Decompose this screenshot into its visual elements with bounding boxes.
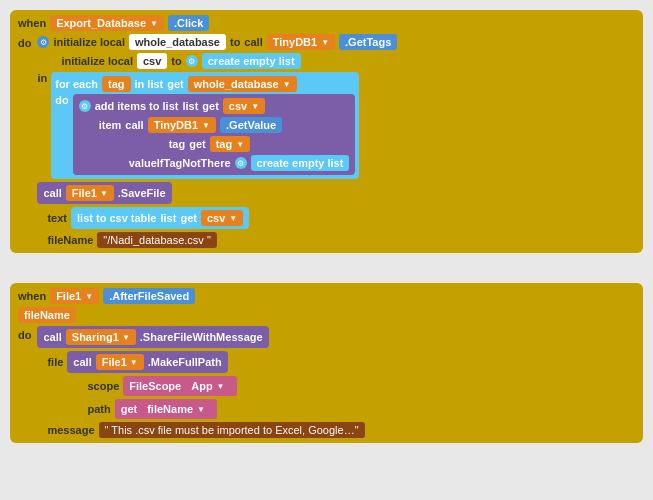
workspace: when Export_Database ▼ .Click do ⚙ initi…	[0, 0, 653, 453]
csv-var-pill[interactable]: csv ▼	[223, 98, 265, 114]
init-whole-database-row: ⚙ initialize local whole_database to cal…	[37, 34, 397, 50]
file-row: file call File1 ▼ .MakeFullPath	[47, 351, 364, 373]
filename-label: fileName	[47, 234, 93, 246]
item-row: item call TinyDB1 ▼ .GetValue	[79, 117, 350, 133]
text-row: text list to csv table list get csv ▼	[47, 207, 397, 229]
tinydb1-pill-1[interactable]: TinyDB1 ▼	[267, 34, 335, 50]
add-items-label: add items to list	[95, 100, 179, 112]
add-items-block: ⚙ add items to list list get csv ▼	[73, 94, 356, 175]
call-save-file: call File1 ▼ .SaveFile	[37, 182, 171, 204]
csv-arrow: ▼	[251, 102, 259, 111]
call-make-full-path: call File1 ▼ .MakeFullPath	[67, 351, 227, 373]
whole-database-pill-2[interactable]: whole_database ▼	[188, 76, 297, 92]
do-label-2: do	[18, 326, 31, 341]
getvalue-pill: .GetValue	[220, 117, 282, 133]
make-full-path-section: file call File1 ▼ .MakeFullPath scope	[47, 351, 364, 419]
save-file-section: call File1 ▼ .SaveFile text list to csv	[37, 182, 397, 248]
create-empty-list-pill-2[interactable]: create empty list	[251, 155, 350, 171]
after-file-saved-pill: .AfterFileSaved	[103, 288, 195, 304]
path-row: path get fileName ▼	[87, 399, 364, 419]
call-label-inner: call	[125, 119, 143, 131]
do-section-2: do call Sharing1 ▼ .ShareFileWithMessage	[18, 326, 638, 438]
get-label-csv: get	[180, 212, 197, 224]
sharing-row: call Sharing1 ▼ .ShareFileWithMessage	[37, 326, 364, 348]
filename-param-pill[interactable]: fileName	[18, 307, 76, 323]
foreach-header-row: for each tag in list get whole_database …	[55, 76, 355, 92]
init-label-1: initialize local	[53, 36, 125, 48]
scope-row: scope FileScope App ▼	[87, 376, 364, 396]
file1-pill-2[interactable]: File1 ▼	[96, 354, 144, 370]
foreach-section: in for each tag in list get whole_databa…	[37, 72, 397, 179]
call-sharing: call Sharing1 ▼ .ShareFileWithMessage	[37, 326, 268, 348]
list-to-csv-block: list to csv table list get csv ▼	[71, 207, 249, 229]
message-value: " This .csv file must be imported to Exc…	[99, 422, 365, 438]
foreach-block: for each tag in list get whole_database …	[51, 72, 359, 179]
tinydb1-pill-2[interactable]: TinyDB1 ▼	[148, 117, 216, 133]
file1-event-pill[interactable]: File1 ▼	[50, 288, 99, 304]
file-label: file	[47, 356, 63, 368]
filename-param-row: fileName	[18, 307, 76, 323]
gear-icon-2: ⚙	[186, 55, 198, 67]
csv-pill[interactable]: csv	[137, 53, 167, 69]
when-label-2: when	[18, 290, 46, 302]
gear-icon-4: ⚙	[235, 157, 247, 169]
filename-value: "/Nadi_database.csv "	[97, 232, 216, 248]
text-label: text	[47, 212, 67, 224]
get-label-inner: get	[202, 100, 219, 112]
tinydb1-arrow-1: ▼	[321, 38, 329, 47]
block1-body: ⚙ initialize local whole_database to cal…	[37, 34, 397, 248]
get-label2: get	[189, 138, 206, 150]
in-list-label: in list	[135, 78, 164, 90]
list-label2: list	[161, 212, 177, 224]
foreach-do-label: do	[55, 94, 68, 106]
csv-pill-2[interactable]: csv ▼	[201, 210, 243, 226]
scope-label: scope	[87, 380, 119, 392]
path-label: path	[87, 403, 110, 415]
message-row: message " This .csv file must be importe…	[47, 422, 364, 438]
filescope-block: FileScope App ▼	[123, 376, 236, 396]
gettags-pill: .GetTags	[339, 34, 397, 50]
list-label-inner: list	[182, 100, 198, 112]
file1-pill[interactable]: File1 ▼	[66, 185, 114, 201]
tag-pill[interactable]: tag	[102, 76, 131, 92]
event-suffix-1: .Click	[168, 15, 209, 31]
when-row-1: when Export_Database ▼ .Click	[18, 15, 638, 31]
file1-event-arrow: ▼	[85, 292, 93, 301]
block1-container: when Export_Database ▼ .Click do ⚙ initi…	[10, 10, 643, 253]
tag-arrow: ▼	[236, 140, 244, 149]
filename-var-pill[interactable]: fileName ▼	[141, 401, 211, 417]
whole-db-arrow: ▼	[283, 80, 291, 89]
add-items-row: ⚙ add items to list list get csv ▼	[79, 98, 350, 114]
gear-icon-1: ⚙	[37, 36, 49, 48]
do-label-1: do	[18, 34, 31, 49]
init-csv-row: initialize local csv to ⚙ create empty l…	[37, 53, 397, 69]
event-name-1[interactable]: Export_Database ▼	[50, 15, 164, 31]
whole-database-pill[interactable]: whole_database	[129, 34, 226, 50]
app-pill[interactable]: App ▼	[185, 378, 230, 394]
block2-container: when File1 ▼ .AfterFileSaved fileName do…	[10, 283, 643, 443]
create-empty-list-pill-1[interactable]: create empty list	[202, 53, 301, 69]
value-if-tag-label: valueIfTagNotThere	[129, 157, 231, 169]
tag-var-pill[interactable]: tag ▼	[210, 136, 250, 152]
do-section-1: do ⚙ initialize local whole_database to …	[18, 34, 638, 248]
init-label-2: initialize local	[61, 55, 133, 67]
call-label-1: call	[244, 36, 262, 48]
event-dropdown-arrow: ▼	[150, 19, 158, 28]
block2-body: call Sharing1 ▼ .ShareFileWithMessage fi…	[37, 326, 364, 438]
in-label: in	[37, 72, 47, 84]
sharing1-pill[interactable]: Sharing1 ▼	[66, 329, 136, 345]
tinydb1-arrow-2: ▼	[202, 121, 210, 130]
when-label-1: when	[18, 17, 46, 29]
get-label-foreach: get	[167, 78, 184, 90]
foreach-do-row: do ⚙ add items to list list get	[55, 94, 355, 175]
foreach-label: for each	[55, 78, 98, 90]
item-label: item	[99, 119, 122, 131]
save-file-row: call File1 ▼ .SaveFile	[37, 182, 397, 204]
to-label-2: to	[171, 55, 181, 67]
filename-row: fileName "/Nadi_database.csv "	[47, 232, 397, 248]
tag-row: tag get tag ▼	[79, 136, 350, 152]
to-label-1: to	[230, 36, 240, 48]
get-filename-block: get fileName ▼	[115, 399, 217, 419]
message-label: message	[47, 424, 94, 436]
tag-label2: tag	[169, 138, 186, 150]
